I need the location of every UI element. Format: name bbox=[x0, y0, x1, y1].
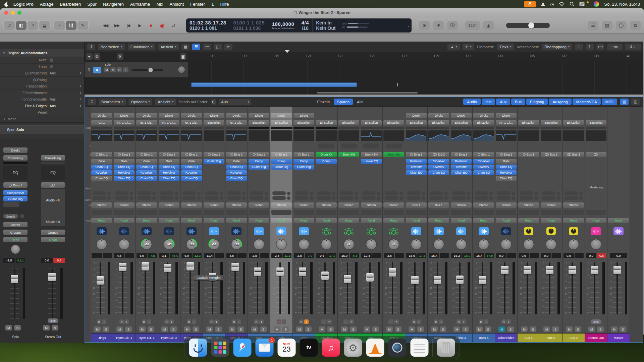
send-slot[interactable] bbox=[340, 196, 353, 200]
peak-value[interactable]: 0,6 bbox=[597, 253, 606, 258]
send-slot[interactable] bbox=[520, 191, 533, 195]
peak-value[interactable] bbox=[530, 253, 539, 258]
input-slot[interactable]: Drum Kit bbox=[338, 152, 359, 157]
peak-value[interactable]: -7,0 bbox=[305, 253, 314, 258]
send-knob[interactable] bbox=[467, 196, 470, 200]
ruler-bar-number[interactable]: 137 bbox=[561, 54, 567, 58]
send-knob[interactable] bbox=[467, 192, 470, 195]
drum-kit-icon[interactable] bbox=[344, 227, 354, 235]
send-slot[interactable] bbox=[250, 191, 263, 195]
send-knob[interactable] bbox=[265, 192, 268, 195]
input-slot[interactable] bbox=[41, 182, 65, 188]
record-button[interactable]: ● bbox=[146, 21, 156, 30]
group-slot[interactable] bbox=[519, 210, 539, 215]
record-enable-button[interactable]: R bbox=[119, 319, 124, 324]
volume-value[interactable]: 6,0 bbox=[181, 253, 192, 258]
automation-mode-button[interactable]: Read bbox=[226, 218, 247, 223]
send-slot[interactable] bbox=[497, 191, 511, 195]
audio-fx-slot[interactable]: Gate bbox=[159, 159, 179, 164]
volume-fader[interactable] bbox=[324, 262, 326, 314]
channel-strip[interactable]: DirektEinstellunEing 1CompGuitar RigSter… bbox=[248, 107, 270, 342]
add-track-button[interactable]: + bbox=[86, 53, 93, 60]
ruler-bar-number[interactable]: 117 bbox=[242, 54, 247, 58]
audio-waveform-icon[interactable] bbox=[501, 227, 511, 235]
increment-button[interactable]: + bbox=[349, 319, 354, 324]
send-knob[interactable] bbox=[332, 196, 335, 200]
setting-button[interactable]: Nr. 1 Git... bbox=[114, 120, 135, 125]
audio-fx-slot[interactable]: ReValver bbox=[181, 170, 202, 175]
send-knob[interactable] bbox=[355, 196, 358, 200]
audio-waveform-icon[interactable] bbox=[411, 227, 421, 235]
mixer-small-icon[interactable]: ⫶ bbox=[575, 44, 583, 50]
setting-button[interactable]: Nr. 1 Git... bbox=[181, 120, 202, 125]
pan-knob[interactable] bbox=[11, 245, 20, 254]
fader-cap[interactable] bbox=[164, 264, 171, 272]
param-value[interactable]: Aus bbox=[50, 71, 56, 75]
send-knob[interactable] bbox=[512, 192, 515, 195]
solo-button[interactable]: S bbox=[485, 326, 491, 332]
ruler-bar-number[interactable]: 139 bbox=[593, 54, 599, 58]
filter-button[interactable]: Aux bbox=[496, 99, 510, 105]
mute-button[interactable]: M bbox=[341, 326, 348, 332]
volume-value[interactable]: 0,0 bbox=[41, 258, 53, 263]
audio-fx-slot[interactable]: Comp bbox=[271, 159, 292, 164]
power-icon[interactable] bbox=[211, 99, 216, 105]
menubar-item[interactable]: Aufnahme bbox=[130, 2, 150, 7]
audio-fx-slot[interactable]: ReValver bbox=[496, 170, 517, 175]
send-knob[interactable] bbox=[579, 196, 583, 200]
solo-button[interactable]: S bbox=[215, 326, 222, 332]
menubar-clock[interactable]: So. 23. Nov. 16:43 bbox=[604, 2, 640, 7]
audio-fx-slot[interactable]: Comp bbox=[316, 159, 337, 164]
audio-fx-slot[interactable]: Overdrv bbox=[428, 165, 449, 170]
input-slot[interactable]: Eing 1 bbox=[136, 152, 157, 157]
send-slot[interactable] bbox=[430, 196, 443, 200]
zoom-button[interactable] bbox=[17, 11, 21, 15]
send-knob[interactable] bbox=[107, 196, 111, 200]
direkt-button[interactable]: Direkt bbox=[496, 113, 517, 118]
record-enable-button[interactable]: R bbox=[412, 319, 416, 324]
region-parameter[interactable]: Tonhöhenquelle:Aus▲▼ bbox=[0, 96, 84, 103]
solo-button[interactable]: S bbox=[103, 326, 109, 332]
peak-value[interactable]: -17,7 bbox=[327, 253, 336, 258]
setting-button[interactable]: Einstellun bbox=[586, 120, 606, 125]
volume-value[interactable]: 0,0 bbox=[496, 253, 506, 258]
mute-button[interactable]: M bbox=[566, 326, 573, 332]
eq-thumbnail[interactable] bbox=[181, 130, 202, 141]
mute-button[interactable]: M bbox=[364, 326, 370, 332]
drum-kit-icon[interactable] bbox=[321, 227, 331, 235]
volume-value[interactable]: -15,0 bbox=[339, 253, 349, 258]
input-slot[interactable]: Ei1-2 bbox=[428, 152, 449, 157]
pan-knob[interactable]: +63 bbox=[231, 239, 242, 250]
volume-fader[interactable] bbox=[347, 262, 348, 314]
send-knob[interactable] bbox=[399, 192, 403, 195]
audio-waveform-icon[interactable] bbox=[434, 227, 444, 235]
ruler-bar-number[interactable]: 131 bbox=[466, 54, 471, 58]
peak-value[interactable]: -46,0 bbox=[170, 253, 179, 258]
play-button[interactable]: ▶ bbox=[135, 21, 145, 30]
tracks-menu-ansicht[interactable]: Ansicht▾ bbox=[158, 44, 179, 50]
peak-value[interactable] bbox=[395, 253, 404, 258]
dock-icon-finder[interactable] bbox=[189, 339, 207, 357]
track-inspector-header[interactable]: › Spur: Solo bbox=[0, 125, 84, 134]
group-slot[interactable] bbox=[406, 210, 426, 215]
filter-button[interactable]: Master/VCA bbox=[573, 99, 601, 105]
ruler-bar-number[interactable]: 135 bbox=[529, 54, 535, 58]
region-parameter[interactable]: Q-Swing: bbox=[0, 77, 84, 83]
channel-strip[interactable]: DirektNr. 1 Git...Eing 1GateChan EQReVal… bbox=[158, 107, 180, 342]
input-monitor-button[interactable]: I bbox=[506, 319, 511, 324]
automation-mode-button[interactable]: Read bbox=[136, 218, 157, 223]
quick-help-icon[interactable]: ? bbox=[28, 21, 38, 30]
send-knob[interactable] bbox=[242, 196, 246, 200]
send-knob[interactable] bbox=[444, 196, 448, 200]
mute-button[interactable]: M bbox=[476, 326, 483, 332]
bounce-button[interactable]: Bnc bbox=[591, 319, 601, 324]
drum-kit-icon[interactable] bbox=[389, 227, 399, 235]
send-knob[interactable] bbox=[130, 192, 133, 195]
close-button[interactable] bbox=[4, 11, 8, 15]
audio-fx-slot[interactable]: ReValver bbox=[473, 159, 494, 164]
record-enable-button[interactable]: R bbox=[299, 319, 304, 324]
send-knob[interactable] bbox=[399, 196, 403, 200]
midi-fx-slot[interactable] bbox=[363, 143, 379, 148]
record-enable-button[interactable]: R bbox=[209, 319, 214, 324]
volume-value[interactable]: -16,4 bbox=[474, 253, 484, 258]
